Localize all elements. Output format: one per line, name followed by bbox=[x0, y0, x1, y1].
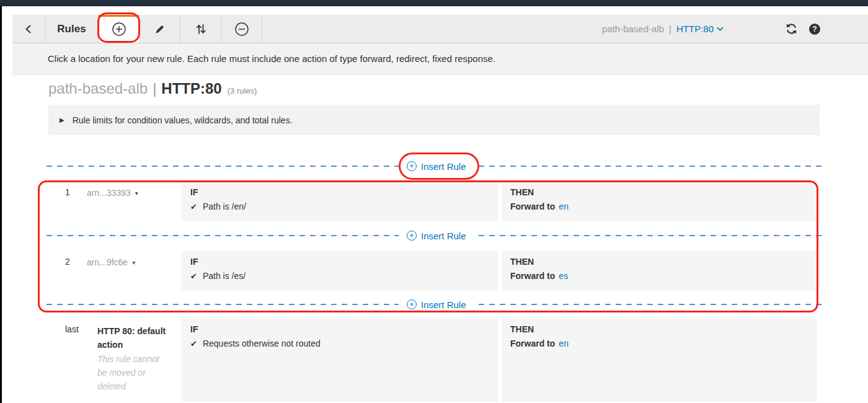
target-group-link[interactable]: en bbox=[559, 339, 569, 348]
edit-rule-button[interactable] bbox=[140, 15, 180, 43]
page-heading: path-based-alb | HTTP:80 (3 rules) bbox=[48, 80, 257, 97]
load-balancer-name: path-based-alb bbox=[602, 24, 664, 34]
rule-arn-label: arn...33393 bbox=[87, 188, 131, 198]
heading-separator: | bbox=[153, 80, 156, 97]
check-icon: ✔ bbox=[190, 272, 197, 281]
default-rule-info: HTTP 80: default action This rule cannot… bbox=[87, 318, 182, 402]
default-rule-name: HTTP 80: default action bbox=[97, 324, 173, 352]
heading-lb-name: path-based-alb bbox=[48, 80, 148, 97]
insert-rule-row-2: + Insert Rule bbox=[46, 227, 826, 244]
rule-then-panel: THEN Forward to es bbox=[502, 250, 817, 291]
insert-rule-label: Insert Rule bbox=[421, 231, 466, 241]
heading-listener: HTTP:80 bbox=[161, 80, 221, 97]
caret-down-icon: ▾ bbox=[132, 259, 135, 266]
rule-row-2: 2 arn...9fc6e ▾ IF ✔ Path is /es/ THEN F… bbox=[48, 250, 817, 291]
rule-limits-label: Rule limits for condition values, wildca… bbox=[73, 115, 293, 125]
pencil-icon bbox=[154, 24, 166, 35]
insert-rule-label: Insert Rule bbox=[421, 299, 466, 310]
rule-arn-dropdown[interactable]: arn...33393 ▾ bbox=[87, 181, 182, 221]
window-left-edge bbox=[0, 0, 2, 403]
insert-rule-button-3[interactable]: + Insert Rule bbox=[399, 296, 474, 313]
expander-arrow-icon: ▶ bbox=[60, 117, 64, 123]
insert-rule-label: Insert Rule bbox=[421, 161, 466, 172]
rule-row-default: last HTTP 80: default action This rule c… bbox=[48, 318, 817, 402]
rule-limits-expander[interactable]: ▶ Rule limits for condition values, wild… bbox=[48, 105, 820, 135]
insert-plus-icon: + bbox=[407, 231, 417, 241]
plus-circle-icon bbox=[112, 22, 126, 37]
then-title: THEN bbox=[510, 187, 808, 197]
info-banner: Click a location for your new rule. Each… bbox=[12, 43, 868, 75]
check-icon: ✔ bbox=[190, 339, 197, 348]
rule-condition: Path is /en/ bbox=[203, 202, 246, 211]
back-button[interactable] bbox=[12, 15, 45, 43]
help-icon: ? bbox=[809, 24, 820, 35]
rule-position: last bbox=[48, 318, 87, 402]
help-button[interactable]: ? bbox=[809, 15, 820, 43]
alb-rules-editor-screen: Rules path-based-alb | H bbox=[0, 0, 868, 403]
rule-condition: Requests otherwise not routed bbox=[203, 339, 321, 348]
sort-arrows-icon bbox=[195, 23, 206, 35]
delete-rule-button[interactable] bbox=[221, 15, 262, 43]
forward-to-label: Forward to bbox=[510, 271, 555, 281]
heading-rule-count: (3 rules) bbox=[228, 86, 257, 95]
rule-position: 2 bbox=[48, 250, 87, 291]
insert-rule-row-3: + Insert Rule bbox=[46, 296, 826, 313]
caret-down-icon: ▾ bbox=[135, 190, 138, 197]
insert-plus-icon: + bbox=[407, 161, 417, 171]
listener-selector[interactable]: HTTP:80 bbox=[676, 24, 724, 34]
toolbar-spacer bbox=[262, 15, 602, 43]
forward-to-label: Forward to bbox=[510, 339, 555, 348]
insert-rule-button-1[interactable]: + Insert Rule bbox=[399, 157, 474, 175]
rule-then-panel: THEN Forward to en bbox=[502, 181, 817, 221]
rule-arn-label: arn...9fc6e bbox=[87, 257, 128, 267]
rule-if-panel: IF ✔ Path is /en/ bbox=[182, 181, 498, 221]
toolbar-right-pad bbox=[832, 15, 868, 43]
toolbar-title: Rules bbox=[45, 15, 99, 43]
rules-toolbar: Rules path-based-alb | H bbox=[12, 15, 868, 43]
toolbar-context: path-based-alb | HTTP:80 bbox=[602, 15, 724, 43]
refresh-icon bbox=[786, 23, 797, 35]
add-rule-button[interactable] bbox=[99, 15, 140, 43]
rule-then-panel: THEN Forward to en bbox=[502, 318, 817, 402]
forward-to-label: Forward to bbox=[510, 202, 555, 211]
info-banner-text: Click a location for your new rule. Each… bbox=[48, 53, 495, 64]
refresh-button[interactable] bbox=[786, 15, 797, 43]
insert-plus-icon: + bbox=[407, 299, 417, 309]
reorder-rules-button[interactable] bbox=[180, 15, 221, 43]
check-icon: ✔ bbox=[190, 202, 197, 211]
target-group-link[interactable]: en bbox=[559, 202, 569, 211]
chevron-down-icon bbox=[717, 27, 724, 32]
then-title: THEN bbox=[510, 257, 808, 267]
insert-rule-row-1: + Insert Rule bbox=[46, 157, 826, 175]
then-title: THEN bbox=[510, 324, 808, 334]
minus-circle-icon bbox=[234, 22, 249, 37]
if-title: IF bbox=[190, 257, 489, 267]
rule-row-1: 1 arn...33393 ▾ IF ✔ Path is /en/ THEN F… bbox=[48, 181, 817, 221]
listener-label: HTTP:80 bbox=[676, 24, 714, 34]
context-separator: | bbox=[669, 24, 671, 34]
rule-position: 1 bbox=[48, 181, 87, 221]
if-title: IF bbox=[190, 324, 489, 334]
default-rule-note: This rule cannot be moved or deleted bbox=[97, 352, 167, 393]
if-title: IF bbox=[190, 187, 489, 197]
chevron-left-icon bbox=[24, 24, 33, 34]
target-group-link[interactable]: es bbox=[559, 271, 568, 281]
insert-rule-button-2[interactable]: + Insert Rule bbox=[399, 227, 474, 244]
aws-top-nav-bar bbox=[0, 0, 868, 6]
rule-if-panel: IF ✔ Path is /es/ bbox=[182, 250, 498, 291]
rule-if-panel: IF ✔ Requests otherwise not routed bbox=[182, 318, 498, 402]
rule-arn-dropdown[interactable]: arn...9fc6e ▾ bbox=[87, 250, 182, 291]
rule-condition: Path is /es/ bbox=[203, 271, 246, 281]
